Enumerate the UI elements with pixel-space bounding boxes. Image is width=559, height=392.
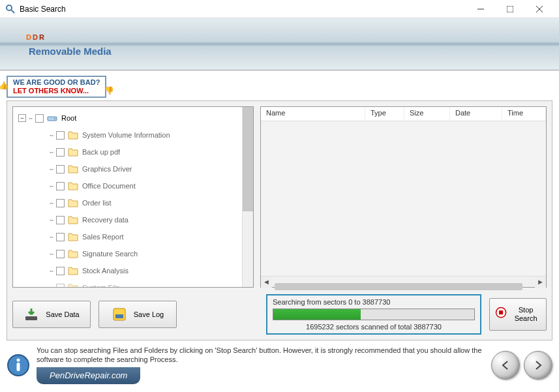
checkbox[interactable] <box>56 216 65 224</box>
feedback-line2: LET OTHERS KNOW... <box>13 87 89 95</box>
progress-bar-fill <box>273 309 361 320</box>
save-log-button[interactable]: Save Log <box>98 301 177 328</box>
scroll-right-icon[interactable]: ► <box>535 277 546 288</box>
column-headers: Name Type Size Date Time <box>261 107 546 121</box>
tree-item[interactable]: ⋯ Sales Report <box>13 228 242 245</box>
svg-point-0 <box>7 5 12 10</box>
progress-status-text: 1695232 sectors scanned of total 3887730 <box>273 323 475 331</box>
folder-icon <box>68 181 78 190</box>
tree-item[interactable]: ⋯ Order list <box>13 194 242 211</box>
checkbox[interactable] <box>56 182 65 190</box>
folder-icon <box>68 283 78 287</box>
brand-subtitle: Removable Media <box>29 46 533 57</box>
file-list-body <box>261 121 546 276</box>
col-size[interactable]: Size <box>404 107 450 121</box>
window-title: Basic Search <box>20 5 466 14</box>
checkbox[interactable] <box>56 199 65 207</box>
scroll-left-icon[interactable]: ◄ <box>261 277 272 288</box>
svg-rect-15 <box>17 363 20 371</box>
folder-icon <box>68 215 78 224</box>
tree-item-label: Graphics Driver <box>82 165 132 173</box>
feedback-link[interactable]: 👍 WE ARE GOOD OR BAD? LET OTHERS KNOW...… <box>7 76 106 98</box>
thumbs-down-icon: 👎 <box>104 86 114 95</box>
site-badge[interactable]: PenDriveRepair.com <box>37 367 140 385</box>
tree-item[interactable]: ⋯ Back up pdf <box>13 143 242 160</box>
checkbox[interactable] <box>56 250 65 258</box>
col-name[interactable]: Name <box>261 107 365 121</box>
checkbox[interactable] <box>56 131 65 140</box>
brand-logo: DDR <box>26 23 533 44</box>
thumbs-up-icon: 👍 <box>0 81 8 90</box>
feedback-line1: WE ARE GOOD OR BAD? <box>13 78 100 86</box>
progress-panel: Searching from sectors 0 to 3887730 1695… <box>266 294 481 335</box>
checkbox[interactable] <box>56 165 65 173</box>
folder-tree-panel: − ⋯ Root ⋯ System Volume Information ⋯ B… <box>12 106 254 288</box>
app-icon <box>5 4 16 14</box>
drive-icon <box>47 113 57 123</box>
stop-icon <box>495 307 507 322</box>
folder-icon <box>68 198 78 207</box>
tree-item-label: System Volume Information <box>82 131 170 139</box>
maximize-button[interactable] <box>495 0 524 18</box>
tree-item[interactable]: ⋯ System File <box>13 279 242 287</box>
main-frame: − ⋯ Root ⋯ System Volume Information ⋯ B… <box>7 100 552 340</box>
svg-point-7 <box>54 118 55 119</box>
folder-icon <box>68 130 78 140</box>
tree-item[interactable]: ⋯ Stock Analysis <box>13 262 242 279</box>
close-button[interactable] <box>524 0 554 18</box>
checkbox[interactable] <box>56 284 65 288</box>
tree-item-label: Recovery data <box>82 216 128 224</box>
tree-item-label: System File <box>82 284 119 287</box>
collapse-icon[interactable]: − <box>18 114 26 122</box>
tree-item[interactable]: ⋯ Signature Search <box>13 245 242 262</box>
save-log-label: Save Log <box>134 310 164 318</box>
prev-button[interactable] <box>491 351 520 380</box>
tree-item[interactable]: ⋯ Graphics Driver <box>13 160 242 177</box>
svg-rect-10 <box>115 314 123 318</box>
footer-tip-text: You can stop searching Files and Folders… <box>37 346 482 363</box>
tree-item[interactable]: ⋯ System Volume Information <box>13 127 242 143</box>
svg-line-1 <box>11 10 14 13</box>
tree-item-label: Back up pdf <box>82 148 120 156</box>
save-data-icon <box>23 307 39 322</box>
col-type[interactable]: Type <box>365 107 404 121</box>
tree-root[interactable]: − ⋯ Root <box>13 110 242 127</box>
folder-icon <box>68 266 78 275</box>
col-date[interactable]: Date <box>450 107 502 121</box>
svg-rect-8 <box>25 316 37 320</box>
tree-item[interactable]: ⋯ Recovery data <box>13 211 242 228</box>
folder-icon <box>68 147 78 157</box>
footer: You can stop searching Files and Folders… <box>7 346 552 384</box>
stop-search-label: Stop Search <box>511 306 541 323</box>
col-time[interactable]: Time <box>502 107 546 121</box>
folder-icon <box>68 164 78 173</box>
folder-icon <box>68 232 78 241</box>
tree-item-label: Stock Analysis <box>82 267 128 275</box>
save-data-label: Save Data <box>46 310 79 318</box>
folder-tree[interactable]: − ⋯ Root ⋯ System Volume Information ⋯ B… <box>13 107 242 287</box>
checkbox[interactable] <box>35 114 44 123</box>
header-banner: DDR Removable Media <box>0 18 559 70</box>
next-button[interactable] <box>524 351 552 380</box>
tree-item-label: Order list <box>82 199 112 207</box>
minimize-button[interactable] <box>466 0 495 18</box>
tree-item-label: Signature Search <box>82 250 138 258</box>
tree-item-label: Sales Report <box>82 233 124 241</box>
file-list-panel: Name Type Size Date Time ◄ ► <box>260 106 547 288</box>
save-data-button[interactable]: Save Data <box>12 301 91 328</box>
stop-search-button[interactable]: Stop Search <box>489 298 547 331</box>
tree-item-label: Office Document <box>82 182 136 190</box>
folder-icon <box>68 249 78 258</box>
checkbox[interactable] <box>56 233 65 241</box>
info-icon <box>7 354 30 377</box>
horizontal-scrollbar[interactable]: ◄ ► <box>261 276 546 287</box>
footer-tip: You can stop searching Files and Folders… <box>37 346 485 384</box>
vertical-scrollbar[interactable] <box>242 107 253 287</box>
svg-rect-12 <box>499 310 503 314</box>
save-log-icon <box>112 307 127 322</box>
checkbox[interactable] <box>56 148 65 157</box>
tree-root-label: Root <box>61 114 76 122</box>
tree-item[interactable]: ⋯ Office Document <box>13 177 242 194</box>
title-bar: Basic Search <box>0 0 559 18</box>
checkbox[interactable] <box>56 267 65 275</box>
